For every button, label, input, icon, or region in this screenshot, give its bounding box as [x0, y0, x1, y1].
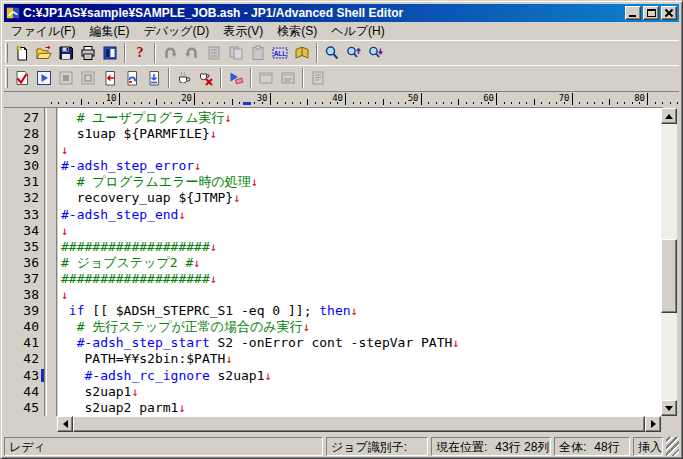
code-line[interactable]: ###################↓	[61, 271, 661, 287]
menu-item[interactable]: ファイル(F)	[4, 22, 82, 41]
job-identifier-label: ジョブ識別子:	[331, 440, 407, 454]
status-total-lines: 全体:48行	[554, 437, 630, 456]
eol-marker: ↓	[225, 352, 232, 366]
code-line[interactable]: s2uap2 parm1↓	[61, 400, 661, 416]
eol-marker: ↓	[61, 288, 68, 302]
svg-text:ALL: ALL	[274, 50, 287, 57]
line-number: 32	[4, 190, 44, 206]
eol-marker: ↓	[303, 320, 310, 334]
code-line[interactable]: # ジョブステップ2 #↓	[61, 255, 661, 271]
scroll-up-button[interactable]	[661, 108, 677, 124]
toolbar-separator	[168, 68, 170, 88]
toolbar-separator	[250, 68, 252, 88]
menu-item[interactable]: 編集(E)	[82, 22, 136, 41]
code-line[interactable]: if [[ $ADSH_STEPRC_S1 -eq 0 ]]; then↓	[61, 303, 661, 319]
line-number: 29	[4, 142, 44, 158]
code-line[interactable]: ↓	[61, 142, 661, 158]
vertical-scrollbar[interactable]	[661, 108, 677, 416]
line-number: 27	[4, 110, 44, 126]
menu-item[interactable]: デバッグ(D)	[136, 22, 216, 41]
toolbar-separator	[154, 43, 156, 63]
code-line[interactable]: #-adsh_step_start S2 -onError cont -step…	[61, 335, 661, 351]
code-line[interactable]: #-adsh_step_end↓	[61, 207, 661, 223]
menu-item[interactable]: 検索(S)	[270, 22, 324, 41]
eol-marker: ↓	[193, 256, 200, 270]
minimize-button[interactable]	[625, 6, 641, 20]
arrow-left-icon	[63, 420, 68, 428]
run-icon	[36, 70, 52, 86]
code-line[interactable]: # プログラムエラー時の処理↓	[61, 174, 661, 190]
cut-icon	[206, 45, 222, 61]
select-all-button[interactable]: ALL	[269, 42, 291, 64]
line-number: 44	[4, 384, 44, 400]
continue-button[interactable]	[143, 67, 165, 89]
search-up-button[interactable]	[343, 42, 365, 64]
code-line[interactable]: s2uap1↓	[61, 384, 661, 400]
force-stop-button	[77, 67, 99, 89]
code-line[interactable]: s1uap ${PARMFILE}↓	[61, 126, 661, 142]
line-number: 42	[4, 351, 44, 367]
code-line[interactable]: ↓	[61, 223, 661, 239]
eol-marker: ↓	[61, 224, 68, 238]
undo-button	[159, 42, 181, 64]
eol-marker: ↓	[61, 143, 68, 157]
toolbar-grip[interactable]	[5, 68, 8, 88]
menu-item[interactable]: ヘルプ(H)	[324, 22, 392, 41]
horizontal-scrollbar[interactable]	[57, 416, 661, 432]
save-button[interactable]	[55, 42, 77, 64]
menu-item[interactable]: 表示(V)	[216, 22, 270, 41]
stop-button	[55, 67, 77, 89]
rerun-button[interactable]	[99, 67, 121, 89]
open-file-button[interactable]	[33, 42, 55, 64]
resize-grip[interactable]	[666, 437, 679, 456]
dictionary-button[interactable]	[291, 42, 313, 64]
maximize-button[interactable]	[643, 6, 659, 20]
status-cursor-position: 現在位置:43行 28列	[431, 437, 551, 456]
text-pane[interactable]: # ユーザプログラム実行↓ s1uap ${PARMFILE}↓↓#-adsh_…	[58, 108, 661, 416]
run-debug-button[interactable]	[33, 67, 55, 89]
eol-marker: ↓	[178, 208, 185, 222]
code-line[interactable]: PATH=¥¥s2bin:$PATH↓	[61, 351, 661, 367]
title-bar[interactable]: C:¥JP1AS¥sample¥SAMPLE_JOB.ash - JP1/Adv…	[4, 4, 679, 22]
toolbar-grip[interactable]	[5, 43, 8, 63]
exit-editor-button[interactable]	[99, 42, 121, 64]
step-over-button[interactable]	[121, 67, 143, 89]
print-icon	[80, 45, 96, 61]
pause-button[interactable]	[173, 67, 195, 89]
search-down-button[interactable]	[365, 42, 387, 64]
horizontal-scroll-thumb[interactable]	[73, 416, 645, 432]
code-line[interactable]: # 先行ステップが正常の場合のみ実行↓	[61, 319, 661, 335]
app-icon	[6, 6, 20, 20]
scroll-left-button[interactable]	[57, 416, 73, 432]
code-line[interactable]: ###################↓	[61, 239, 661, 255]
line-number: 41	[4, 335, 44, 351]
breakpoint-button[interactable]	[225, 67, 247, 89]
code-line[interactable]: #-adsh_rc_ignore s2uap1↓	[61, 368, 661, 384]
eol-marker: ↓	[233, 191, 240, 205]
code-line[interactable]: recovery_uap ${JTMP}↓	[61, 190, 661, 206]
arrow-up-icon	[665, 114, 673, 119]
new-file-icon	[14, 45, 30, 61]
syntax-check-button[interactable]	[11, 67, 33, 89]
search-button[interactable]	[321, 42, 343, 64]
close-button[interactable]	[661, 6, 677, 20]
pause-cancel-button[interactable]	[195, 67, 217, 89]
scroll-down-button[interactable]	[661, 400, 677, 416]
code-line[interactable]: #-adsh_step_error↓	[61, 158, 661, 174]
pause-coffee-icon	[176, 70, 192, 86]
copy-button	[225, 42, 247, 64]
code-line[interactable]: # ユーザプログラム実行↓	[61, 110, 661, 126]
code-line[interactable]: ↓	[61, 287, 661, 303]
eol-marker: ↓	[224, 111, 231, 125]
toolbar-separator	[220, 68, 222, 88]
print-button[interactable]	[77, 42, 99, 64]
line-number: 31	[4, 174, 44, 190]
vertical-scroll-thumb[interactable]	[661, 239, 677, 313]
gutter: 27282930313233343536373839404142434445	[4, 108, 45, 416]
stop-icon	[58, 70, 74, 86]
paste-button	[247, 42, 269, 64]
new-file-button[interactable]	[11, 42, 33, 64]
scroll-right-button[interactable]	[645, 416, 661, 432]
help-button[interactable]: ?	[129, 42, 151, 64]
execution-log-button	[307, 67, 329, 89]
